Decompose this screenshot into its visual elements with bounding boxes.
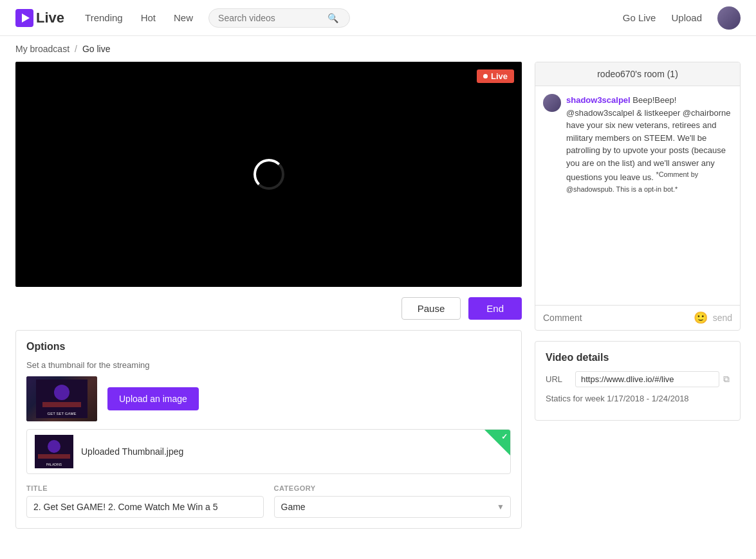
form-row: TITLE CATEGORY Game ▼ xyxy=(26,484,511,518)
breadcrumb-separator: / xyxy=(75,44,77,54)
chat-user-avatar xyxy=(543,94,561,112)
main-layout: Live Pause End Options Set a thumbnail f… xyxy=(0,62,756,544)
category-select-wrap: Game ▼ xyxy=(274,496,512,518)
stream-controls: Pause End xyxy=(15,297,522,320)
uploaded-thumbnail-preview: PALADINS xyxy=(35,435,73,468)
live-label: Live xyxy=(491,71,508,81)
send-button[interactable]: send xyxy=(713,313,732,323)
end-button[interactable]: End xyxy=(468,297,522,320)
avatar[interactable] xyxy=(717,6,741,30)
video-player: Live xyxy=(15,62,522,287)
right-panel: rodeo670's room (1) shadow3scalpel Beep!… xyxy=(535,62,741,529)
svg-point-3 xyxy=(54,385,69,400)
emoji-icon[interactable]: 🙂 xyxy=(694,311,708,325)
options-panel: Options Set a thumbnail for the streamin… xyxy=(15,330,522,529)
thumbnail-section: Set a thumbnail for the streaming GET SE… xyxy=(26,360,511,421)
svg-point-7 xyxy=(48,440,60,453)
chat-messages: shadow3scalpel Beep!Beep! @shadow3scalpe… xyxy=(535,86,740,305)
header-right: Go Live Upload xyxy=(623,6,741,30)
live-dot xyxy=(483,74,488,78)
chat-room-header: rodeo670's room (1) xyxy=(535,62,740,86)
thumbnail-image: GET SET GAME xyxy=(26,376,97,421)
thumbnail-row: GET SET GAME Upload an image xyxy=(26,376,511,421)
title-label: TITLE xyxy=(26,484,264,492)
video-details-title: Video details xyxy=(546,352,730,363)
go-live-button[interactable]: Go Live xyxy=(623,12,656,23)
breadcrumb-current: Go live xyxy=(82,44,111,54)
title-group: TITLE xyxy=(26,484,264,518)
search-input[interactable] xyxy=(218,13,327,23)
breadcrumb: My broadcast / Go live xyxy=(0,36,756,62)
nav-item-new[interactable]: New xyxy=(174,12,193,23)
chat-username[interactable]: shadow3scalpel xyxy=(566,95,631,105)
left-panel: Live Pause End Options Set a thumbnail f… xyxy=(15,62,522,529)
search-bar: 🔍 xyxy=(208,8,350,28)
nav-item-hot[interactable]: Hot xyxy=(141,12,156,23)
category-select[interactable]: Game xyxy=(274,496,512,518)
breadcrumb-parent[interactable]: My broadcast xyxy=(15,44,69,54)
current-thumbnail: GET SET GAME xyxy=(26,376,97,421)
logo-text: Live xyxy=(36,10,64,26)
category-label: CATEGORY xyxy=(274,484,512,492)
options-title: Options xyxy=(26,341,511,353)
url-row: URL https://www.dlive.io/#/live ⧉ xyxy=(546,371,730,387)
url-value: https://www.dlive.io/#/live xyxy=(575,371,719,387)
title-input[interactable] xyxy=(26,496,264,518)
url-label: URL xyxy=(546,374,569,384)
checkmark-icon: ✓ xyxy=(501,432,508,441)
logo[interactable]: Live xyxy=(15,9,64,27)
stats-label: Statics for week 1/17/2018 - 1/24/2018 xyxy=(546,394,689,403)
stats-row: Statics for week 1/17/2018 - 1/24/2018 xyxy=(546,394,730,403)
pause-button[interactable]: Pause xyxy=(401,297,461,320)
loading-spinner xyxy=(254,159,284,190)
live-badge: Live xyxy=(477,69,514,83)
upload-button[interactable]: Upload xyxy=(671,12,702,23)
chat-text: Beep!Beep! @shadow3scalpel & listkeeper … xyxy=(566,95,730,197)
nav-item-trending[interactable]: Trending xyxy=(85,12,123,23)
uploaded-filename: Uploaded Thumbnail.jpeg xyxy=(81,446,183,457)
header: Live Trending Hot New 🔍 Go Live Upload xyxy=(0,0,756,36)
comment-input[interactable] xyxy=(543,313,688,323)
url-box: https://www.dlive.io/#/live ⧉ xyxy=(575,371,730,387)
category-group: CATEGORY Game ▼ xyxy=(274,484,512,518)
svg-rect-4 xyxy=(42,402,81,407)
thumbnail-label: Set a thumbnail for the streaming xyxy=(26,360,511,370)
search-icon: 🔍 xyxy=(327,13,338,23)
chat-input-row: 🙂 send xyxy=(535,305,740,330)
svg-text:PALADINS: PALADINS xyxy=(46,463,62,466)
upload-image-button[interactable]: Upload an image xyxy=(107,387,199,410)
video-details-panel: Video details URL https://www.dlive.io/#… xyxy=(535,341,741,421)
chat-message-content: shadow3scalpel Beep!Beep! @shadow3scalpe… xyxy=(566,94,732,199)
copy-icon[interactable]: ⧉ xyxy=(723,374,730,385)
uploaded-file-row: PALADINS Uploaded Thumbnail.jpeg ✓ xyxy=(26,429,511,474)
chat-message: shadow3scalpel Beep!Beep! @shadow3scalpe… xyxy=(543,94,732,199)
chat-panel: rodeo670's room (1) shadow3scalpel Beep!… xyxy=(535,62,741,331)
main-nav: Trending Hot New xyxy=(85,12,193,23)
svg-rect-8 xyxy=(38,454,70,459)
check-badge: ✓ xyxy=(484,430,510,455)
svg-text:GET SET GAME: GET SET GAME xyxy=(48,412,77,416)
